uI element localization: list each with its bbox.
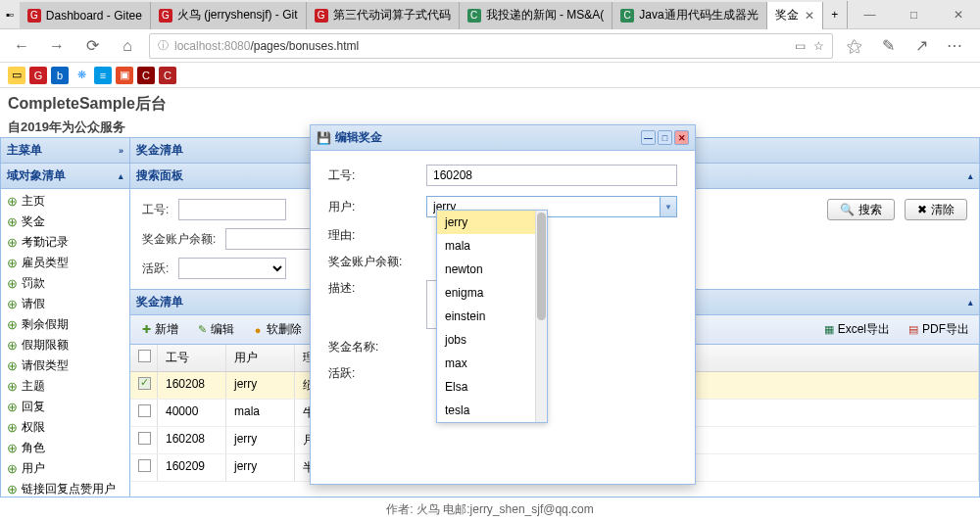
dropdown-option[interactable]: jobs — [437, 328, 547, 352]
search-id-input[interactable] — [178, 199, 286, 220]
softdelete-button[interactable]: ●软删除 — [248, 319, 306, 340]
browser-tab[interactable]: C我投递的新闻 - MS&A( — [460, 2, 613, 29]
grid-checkall[interactable] — [130, 345, 158, 371]
maximize-button[interactable]: □ — [892, 0, 936, 29]
browser-tab[interactable]: 奖金✕ — [767, 2, 823, 29]
add-button[interactable]: ✚新增 — [136, 319, 182, 340]
browser-tab[interactable]: G火鸟 (jerryshensjf) - Git — [151, 2, 307, 29]
sidebar-item[interactable]: ⊕罚款 — [1, 273, 129, 294]
form-id-input[interactable] — [426, 165, 677, 186]
sidebar-item[interactable]: ⊕假期限额 — [1, 335, 129, 355]
row-checkbox[interactable] — [130, 454, 158, 481]
browser-tab[interactable]: G第三代动词算子式代码 — [307, 2, 460, 29]
user-dropdown-list: jerrymalanewtonenigmaeinsteinjobsmaxElsa… — [436, 210, 548, 423]
sidebar-item-label: 请假类型 — [22, 357, 69, 374]
sidebar-item-label: 请假 — [22, 296, 45, 312]
bookmark-item[interactable]: ▭ — [8, 67, 25, 84]
sidebar-item[interactable]: ⊕雇员类型 — [1, 253, 129, 273]
bookmark-item[interactable]: C — [137, 67, 155, 84]
share-icon[interactable]: ↗ — [907, 32, 935, 60]
excel-export-button[interactable]: ▦Excel导出 — [819, 319, 894, 340]
dropdown-option[interactable]: jerry — [437, 211, 547, 234]
sidebar-item[interactable]: ⊕奖金 — [1, 212, 129, 232]
address-bar[interactable]: ⓘ localhost:8080/pages/bonuses.html ▭ ☆ — [149, 33, 833, 59]
pdf-export-button[interactable]: ▤PDF导出 — [904, 319, 973, 340]
dropdown-option[interactable]: max — [437, 352, 547, 375]
close-window-button[interactable]: ✕ — [936, 0, 980, 29]
form-id-label: 工号: — [328, 167, 426, 184]
chevron-up-icon[interactable]: ▴ — [119, 171, 123, 181]
modal-close-button[interactable]: ✕ — [674, 130, 689, 145]
reader-mode-icon[interactable]: ▭ — [795, 39, 806, 53]
plus-circle-icon: ⊕ — [5, 215, 19, 229]
dropdown-option[interactable]: mala — [437, 234, 547, 258]
sidebar-item[interactable]: ⊕链接回复点赞用户 — [1, 479, 129, 499]
bookmark-item[interactable]: ≡ — [94, 67, 112, 84]
plus-circle-icon: ⊕ — [5, 318, 19, 332]
sidebar-item[interactable]: ⊕角色 — [1, 438, 129, 458]
forward-button[interactable]: → — [43, 32, 71, 60]
browser-tab[interactable]: CJava通用代码生成器光 — [612, 2, 766, 29]
sidebar-item[interactable]: ⊕考勤记录 — [1, 232, 129, 253]
plus-circle-icon: ⊕ — [5, 380, 19, 394]
sidebar-item[interactable]: ⊕主题 — [1, 376, 129, 397]
sidebar-item[interactable]: ⊕剩余假期 — [1, 314, 129, 335]
sidebar-item[interactable]: ⊕请假类型 — [1, 355, 129, 376]
refresh-button[interactable]: ⟳ — [78, 32, 106, 60]
dropdown-option[interactable]: newton — [437, 258, 547, 281]
row-checkbox[interactable] — [130, 400, 158, 426]
site-info-icon[interactable]: ⓘ — [158, 38, 169, 53]
tab-favicon: G — [159, 9, 172, 23]
grid-col-id[interactable]: 工号 — [158, 345, 226, 371]
bookmark-item[interactable]: G — [29, 67, 47, 84]
browser-tab[interactable]: GDashboard - Gitee — [20, 2, 151, 29]
clear-icon: ✖ — [917, 203, 927, 216]
grid-col-user[interactable]: 用户 — [226, 345, 295, 371]
search-button[interactable]: 🔍搜索 — [827, 199, 895, 220]
sidebar-item[interactable]: ⊕权限 — [1, 417, 129, 438]
app-icon: ▪▫ — [0, 8, 20, 22]
chevron-up-icon[interactable]: ▴ — [968, 298, 973, 308]
back-button[interactable]: ← — [8, 32, 35, 60]
bookmark-item[interactable]: ❋ — [73, 67, 90, 84]
bookmark-item[interactable]: b — [51, 67, 69, 84]
home-button[interactable]: ⌂ — [114, 32, 141, 60]
minimize-button[interactable]: — — [848, 0, 892, 29]
window-titlebar: ▪▫ GDashboard - GiteeG火鸟 (jerryshensjf) … — [0, 0, 980, 29]
favorites-icon[interactable]: ⚝ — [841, 32, 868, 60]
plus-circle-icon: ⊕ — [5, 462, 19, 476]
dropdown-option[interactable]: Elsa — [437, 375, 547, 399]
dropdown-scrollbar[interactable] — [535, 211, 547, 422]
tab-favicon: G — [27, 9, 41, 23]
sidebar-item[interactable]: ⊕回复 — [1, 397, 129, 417]
sidebar-item-label: 主页 — [22, 193, 45, 210]
favorite-star-icon[interactable]: ☆ — [813, 39, 824, 53]
row-checkbox[interactable] — [130, 372, 158, 399]
chevron-up-icon[interactable]: ▴ — [968, 171, 973, 181]
collapse-icon[interactable]: » — [119, 146, 123, 156]
dropdown-option[interactable]: enigma — [437, 281, 547, 305]
sidebar-item[interactable]: ⊕主页 — [1, 191, 129, 212]
search-active-select[interactable] — [178, 258, 286, 279]
modal-minimize-button[interactable]: ― — [641, 130, 656, 145]
clear-button[interactable]: ✖清除 — [905, 199, 967, 220]
cell-id: 40000 — [158, 400, 226, 426]
menu-icon[interactable]: ⋯ — [941, 32, 968, 60]
sidebar-item[interactable]: ⊕请假 — [1, 294, 129, 314]
plus-circle-icon: ⊕ — [5, 277, 19, 291]
sidebar-main-header[interactable]: 主菜单» — [1, 138, 129, 164]
dropdown-option[interactable]: tesla — [437, 399, 547, 422]
dropdown-option[interactable]: einstein — [437, 305, 547, 328]
bookmark-item[interactable]: ▣ — [116, 67, 133, 84]
close-tab-icon[interactable]: ✕ — [805, 9, 814, 23]
sidebar-item[interactable]: ⊕用户 — [1, 458, 129, 479]
sidebar-sub-header[interactable]: 域对象清单▴ — [1, 164, 129, 189]
chevron-down-icon[interactable]: ▼ — [660, 197, 676, 216]
notes-icon[interactable]: ✎ — [874, 32, 902, 60]
edit-button[interactable]: ✎编辑 — [192, 319, 238, 340]
modal-header[interactable]: 💾 编辑奖金 ― □ ✕ — [311, 125, 695, 151]
bookmark-item[interactable]: C — [159, 67, 176, 84]
row-checkbox[interactable] — [130, 427, 158, 453]
new-tab-button[interactable]: + — [823, 1, 848, 28]
modal-maximize-button[interactable]: □ — [658, 130, 672, 145]
